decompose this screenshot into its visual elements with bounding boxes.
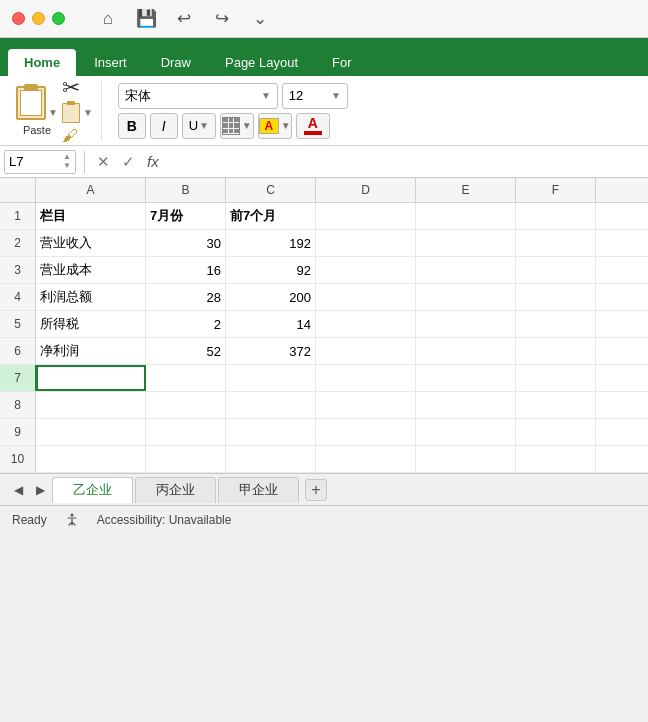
cell-d1[interactable] — [316, 203, 416, 229]
tab-home[interactable]: Home — [8, 49, 76, 76]
cell-f5[interactable] — [516, 311, 596, 337]
col-header-c[interactable]: C — [226, 178, 316, 202]
row-header-7[interactable]: 7 — [0, 365, 36, 391]
row-header-8[interactable]: 8 — [0, 392, 36, 418]
paste-dropdown-icon[interactable]: ▼ — [48, 107, 58, 118]
cell-c2[interactable]: 192 — [226, 230, 316, 256]
cell-reference-box[interactable]: L7 ▲ ▼ — [4, 150, 76, 174]
cell-d4[interactable] — [316, 284, 416, 310]
cell-f1[interactable] — [516, 203, 596, 229]
cell-d7[interactable] — [316, 365, 416, 391]
paste-area[interactable]: ▼ Paste — [16, 86, 58, 136]
cell-f3[interactable] — [516, 257, 596, 283]
row-header-3[interactable]: 3 — [0, 257, 36, 283]
cell-a6[interactable]: 净利润 — [36, 338, 146, 364]
cell-b1[interactable]: 7月份 — [146, 203, 226, 229]
cell-c4[interactable]: 200 — [226, 284, 316, 310]
copy-dropdown-icon[interactable]: ▼ — [83, 107, 93, 118]
cell-b3[interactable]: 16 — [146, 257, 226, 283]
cell-e10[interactable] — [416, 446, 516, 472]
cell-f6[interactable] — [516, 338, 596, 364]
tab-insert[interactable]: Insert — [78, 49, 143, 76]
formula-input[interactable] — [167, 150, 644, 174]
cell-b2[interactable]: 30 — [146, 230, 226, 256]
cell-f9[interactable] — [516, 419, 596, 445]
tab-page-layout[interactable]: Page Layout — [209, 49, 314, 76]
cell-c6[interactable]: 372 — [226, 338, 316, 364]
col-header-b[interactable]: B — [146, 178, 226, 202]
bold-button[interactable]: B — [118, 113, 146, 139]
cell-c1[interactable]: 前7个月 — [226, 203, 316, 229]
cell-b8[interactable] — [146, 392, 226, 418]
cell-e9[interactable] — [416, 419, 516, 445]
cell-f8[interactable] — [516, 392, 596, 418]
row-header-6[interactable]: 6 — [0, 338, 36, 364]
close-button[interactable] — [12, 12, 25, 25]
cell-b6[interactable]: 52 — [146, 338, 226, 364]
tab-formula[interactable]: For — [316, 49, 368, 76]
row-header-1[interactable]: 1 — [0, 203, 36, 229]
cell-a10[interactable] — [36, 446, 146, 472]
cell-b4[interactable]: 28 — [146, 284, 226, 310]
copy-icon[interactable] — [62, 103, 80, 123]
tab-draw[interactable]: Draw — [145, 49, 207, 76]
cell-c10[interactable] — [226, 446, 316, 472]
cell-a7[interactable] — [36, 365, 146, 391]
confirm-formula-button[interactable]: ✓ — [118, 153, 139, 171]
sheet-tab-bing[interactable]: 丙企业 — [135, 477, 216, 503]
scissors-icon[interactable]: ✂ — [62, 77, 80, 99]
row-header-5[interactable]: 5 — [0, 311, 36, 337]
col-header-a[interactable]: A — [36, 178, 146, 202]
underline-button[interactable]: U ▼ — [182, 113, 216, 139]
cell-b9[interactable] — [146, 419, 226, 445]
redo-icon[interactable]: ↪ — [211, 8, 233, 30]
borders-button[interactable]: ▼ — [220, 113, 254, 139]
cell-c9[interactable] — [226, 419, 316, 445]
cell-b7[interactable] — [146, 365, 226, 391]
cell-a8[interactable] — [36, 392, 146, 418]
cell-f10[interactable] — [516, 446, 596, 472]
col-header-d[interactable]: D — [316, 178, 416, 202]
row-header-9[interactable]: 9 — [0, 419, 36, 445]
italic-button[interactable]: I — [150, 113, 178, 139]
undo-icon[interactable]: ↩ — [173, 8, 195, 30]
add-sheet-button[interactable]: + — [305, 479, 327, 501]
cell-e6[interactable] — [416, 338, 516, 364]
cell-a4[interactable]: 利润总额 — [36, 284, 146, 310]
save-icon[interactable]: 💾 — [135, 8, 157, 30]
cell-a2[interactable]: 营业收入 — [36, 230, 146, 256]
cell-c3[interactable]: 92 — [226, 257, 316, 283]
cell-f4[interactable] — [516, 284, 596, 310]
col-header-f[interactable]: F — [516, 178, 596, 202]
cell-b5[interactable]: 2 — [146, 311, 226, 337]
tab-scroll-left[interactable]: ◀ — [8, 480, 28, 500]
font-name-dropdown[interactable]: 宋体 ▼ — [118, 83, 278, 109]
cell-d6[interactable] — [316, 338, 416, 364]
cell-e3[interactable] — [416, 257, 516, 283]
cell-c8[interactable] — [226, 392, 316, 418]
sheet-tab-yi[interactable]: 乙企业 — [52, 477, 133, 503]
highlight-button[interactable]: A ▼ — [258, 113, 292, 139]
row-header-2[interactable]: 2 — [0, 230, 36, 256]
more-icon[interactable]: ⌄ — [249, 8, 271, 30]
cell-d8[interactable] — [316, 392, 416, 418]
cell-e5[interactable] — [416, 311, 516, 337]
insert-function-button[interactable]: fx — [147, 153, 159, 170]
font-size-dropdown[interactable]: 12 ▼ — [282, 83, 348, 109]
cell-a1[interactable]: 栏目 — [36, 203, 146, 229]
home-icon[interactable]: ⌂ — [97, 8, 119, 30]
cell-c7[interactable] — [226, 365, 316, 391]
col-header-e[interactable]: E — [416, 178, 516, 202]
maximize-button[interactable] — [52, 12, 65, 25]
cell-d5[interactable] — [316, 311, 416, 337]
row-header-10[interactable]: 10 — [0, 446, 36, 472]
cell-d10[interactable] — [316, 446, 416, 472]
cell-a3[interactable]: 营业成本 — [36, 257, 146, 283]
cell-e4[interactable] — [416, 284, 516, 310]
cell-e7[interactable] — [416, 365, 516, 391]
cell-e1[interactable] — [416, 203, 516, 229]
cell-d2[interactable] — [316, 230, 416, 256]
cell-e2[interactable] — [416, 230, 516, 256]
cell-c5[interactable]: 14 — [226, 311, 316, 337]
sheet-tab-jia[interactable]: 甲企业 — [218, 477, 299, 503]
